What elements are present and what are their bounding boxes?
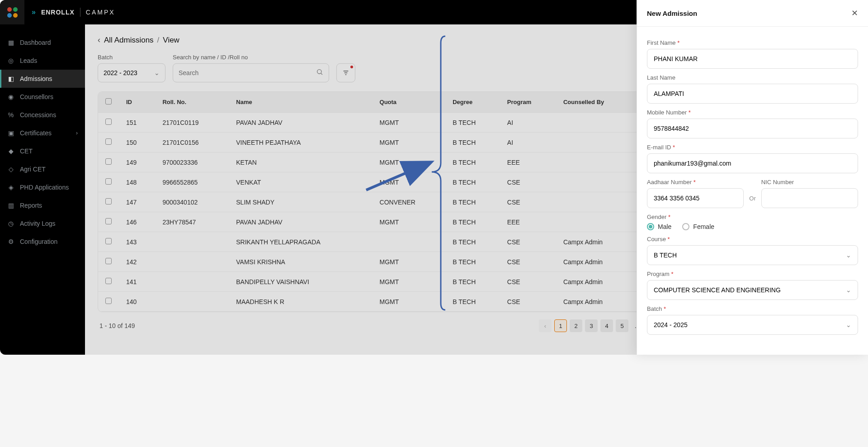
program-select[interactable]: COMPUTER SCIENCE AND ENGINEERING ⌄ [647,280,858,300]
admissions-table: IDRoll. No.NameQuotaDegreeProgramCounsel… [98,91,676,312]
table-row[interactable]: 141 BANDIPELLY VAISHNAVI MGMT B TECH CSE… [98,272,676,292]
filter-active-indicator [350,66,353,68]
sidebar-item-leads[interactable]: ◎Leads [0,52,85,70]
cell-degree: B TECH [445,272,500,292]
breadcrumb-root[interactable]: All Admissions [104,36,154,45]
batch-select[interactable]: 2024 - 2025 ⌄ [647,315,858,335]
sidebar-item-phd-applications[interactable]: ◈PHD Applications [0,178,85,196]
column-header[interactable]: Degree [445,92,500,113]
column-header[interactable]: Quota [373,92,446,113]
mobile-label: Mobile Number * [647,109,858,116]
row-checkbox[interactable] [105,258,112,264]
cell-roll [155,292,229,312]
table-row[interactable]: 150 21701C0156 VINEETH PEJATHAYA MGMT B … [98,133,676,152]
row-checkbox[interactable] [105,278,112,284]
row-checkbox[interactable] [105,119,112,125]
cell-quota: MGMT [373,212,446,232]
course-select[interactable]: B TECH ⌄ [647,245,858,265]
gender-female-radio[interactable]: Female [682,223,714,230]
sidebar: ▦Dashboard◎Leads◧Admissions◉Counsellors%… [0,24,85,355]
sidebar-item-cet[interactable]: ◆CET [0,142,85,160]
sidebar-item-concessions[interactable]: %Concessions [0,106,85,124]
sidebar-item-certificates[interactable]: ▣Certificates› [0,124,85,142]
cell-degree: B TECH [445,152,500,172]
pager-page-button[interactable]: 3 [585,319,598,332]
select-all-checkbox[interactable] [105,98,112,105]
column-header[interactable]: Name [229,92,372,113]
table-row[interactable]: 148 9966552865 VENKAT MGMT B TECH CSE 20… [98,172,676,192]
aadhaar-field[interactable] [647,188,744,208]
cell-roll: 9700023336 [155,152,229,172]
gender-male-radio[interactable]: Male [647,223,671,230]
row-checkbox[interactable] [105,178,112,185]
pager-page-button[interactable]: 5 [616,319,628,332]
row-checkbox[interactable] [105,138,112,145]
row-checkbox[interactable] [105,298,112,304]
column-header[interactable]: Roll. No. [155,92,229,113]
mobile-field[interactable] [647,119,858,138]
cell-name: PAVAN JADHAV [229,113,372,133]
table-row[interactable]: 143 SRIKANTH YELLAPRAGADA B TECH CSE Cam… [98,232,676,252]
back-chevron-icon[interactable]: ‹ [98,35,100,45]
sidebar-item-reports[interactable]: ▥Reports [0,196,85,214]
table-row[interactable]: 142 VAMSI KRISHNA MGMT B TECH CSE Campx … [98,252,676,272]
row-checkbox[interactable] [105,238,112,244]
table-row[interactable]: 146 23HY78547 PAVAN JADHAV MGMT B TECH E… [98,212,676,232]
sidebar-icon: ◈ [7,184,14,191]
table-row[interactable]: 140 MAADHESH K R MGMT B TECH CSE Campx A… [98,292,676,312]
cell-name: VENKAT [229,172,372,192]
first-name-field[interactable] [647,49,858,69]
pager-prev-button[interactable]: ‹ [539,319,552,332]
breadcrumb: ‹ All Admissions / View [98,35,676,45]
pager-page-button[interactable]: 2 [570,319,582,332]
chevron-right-icon: › [76,130,78,136]
sidebar-item-activity-logs[interactable]: ◷Activity Logs [0,214,85,233]
cell-program: CSE [500,292,556,312]
sidebar-item-configuration[interactable]: ⚙Configuration [0,233,85,251]
cell-program: CSE [500,252,556,272]
last-name-field[interactable] [647,84,858,104]
sidebar-item-agri-cet[interactable]: ◇Agri CET [0,160,85,178]
cell-counselled: Campx Admin [556,292,637,312]
chevron-down-icon: ⌄ [846,321,851,328]
advanced-filter-button[interactable] [336,63,355,82]
sidebar-item-counsellors[interactable]: ◉Counsellors [0,88,85,106]
sidebar-item-dashboard[interactable]: ▦Dashboard [0,33,85,52]
sidebar-icon: ▣ [7,129,14,137]
close-icon[interactable]: ✕ [851,8,858,18]
cell-program: CSE [500,232,556,252]
aadhaar-label: Aadhaar Number * [647,179,744,185]
cell-id: 141 [119,272,155,292]
batch-filter-select[interactable]: 2022 - 2023 ⌄ [98,63,165,82]
table-row[interactable]: 147 9000340102 SLIM SHADY CONVENER B TEC… [98,192,676,212]
email-label: E-mail ID * [647,144,858,151]
search-input[interactable] [179,69,316,76]
cell-id: 142 [119,252,155,272]
nic-field[interactable] [761,188,858,208]
sidebar-icon: ◧ [7,75,14,82]
row-checkbox[interactable] [105,158,112,165]
row-checkbox[interactable] [105,198,112,204]
pager-page-button[interactable]: 1 [554,319,567,332]
top-bar: » ENROLLX CAMPX [0,0,689,24]
logo-divider [80,8,80,17]
pager-page-button[interactable]: 4 [600,319,613,332]
column-header[interactable]: Counselled By [556,92,637,113]
svg-line-1 [321,73,322,75]
column-header[interactable]: Program [500,92,556,113]
table-row[interactable]: 151 21701C0119 PAVAN JADHAV MGMT B TECH … [98,113,676,133]
brand-campx: CAMPX [86,9,115,16]
email-field[interactable] [647,153,858,173]
table-row[interactable]: 149 9700023336 KETAN MGMT B TECH EEE 20/… [98,152,676,172]
app-grid-icon [7,7,18,18]
cell-name: PAVAN JADHAV [229,212,372,232]
column-header[interactable]: ID [119,92,155,113]
cell-name: KETAN [229,152,372,172]
row-checkbox[interactable] [105,218,112,224]
app-launcher-button[interactable] [0,0,24,24]
cell-roll [155,272,229,292]
cell-id: 149 [119,152,155,172]
first-name-label: First Name * [647,39,858,46]
sidebar-item-admissions[interactable]: ◧Admissions [0,70,85,88]
search-icon[interactable] [316,68,323,77]
